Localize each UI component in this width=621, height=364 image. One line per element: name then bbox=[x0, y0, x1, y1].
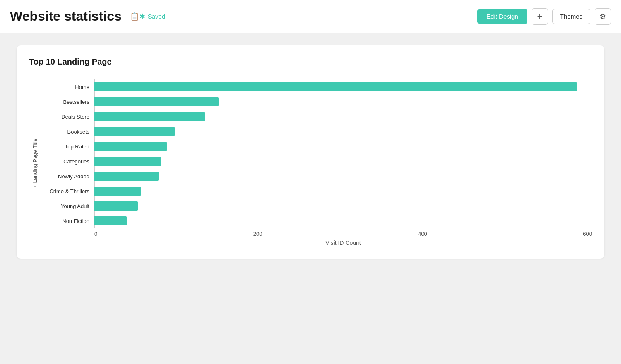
x-axis-title: Visit ID Count bbox=[41, 239, 592, 246]
x-label: 400 bbox=[418, 231, 427, 237]
y-label: Top Rated bbox=[41, 139, 89, 154]
y-axis-label: › Landing Page Title bbox=[31, 138, 38, 187]
plus-icon: + bbox=[537, 11, 542, 22]
bar bbox=[94, 172, 159, 181]
edit-design-button[interactable]: Edit Design bbox=[477, 9, 527, 24]
y-label: Home bbox=[41, 79, 89, 94]
y-label: Bestsellers bbox=[41, 94, 89, 109]
main-content: Top 10 Landing Page › Landing Page Title… bbox=[0, 33, 621, 271]
header-actions: Edit Design + Themes ⚙ bbox=[477, 8, 611, 25]
bar bbox=[94, 142, 167, 151]
x-axis-row: 0200400600 bbox=[41, 228, 592, 237]
header: Website statistics 📋✱ Saved Edit Design … bbox=[0, 0, 621, 33]
page-title: Website statistics bbox=[10, 9, 122, 24]
y-label: Young Adult bbox=[41, 199, 89, 213]
bars-and-axes: HomeBestsellersDeals StoreBooksetsTop Ra… bbox=[41, 79, 592, 228]
bar-row bbox=[94, 154, 592, 169]
y-label: Newly Added bbox=[41, 169, 89, 184]
x-label: 600 bbox=[583, 231, 592, 237]
saved-badge: 📋✱ Saved bbox=[130, 12, 166, 21]
bar bbox=[94, 187, 141, 196]
bar-row bbox=[94, 79, 592, 94]
x-axis-labels: 0200400600 bbox=[94, 228, 592, 237]
chevron-right-icon: › bbox=[31, 185, 38, 187]
y-labels: HomeBestsellersDeals StoreBooksetsTop Ra… bbox=[41, 79, 94, 228]
bar-row bbox=[94, 199, 592, 213]
bar-row bbox=[94, 124, 592, 139]
bars-grid bbox=[94, 79, 592, 228]
y-label: Booksets bbox=[41, 124, 89, 139]
bar-row bbox=[94, 94, 592, 109]
saved-icon: 📋✱ bbox=[130, 12, 145, 21]
add-button[interactable]: + bbox=[532, 8, 548, 25]
y-label: Categories bbox=[41, 154, 89, 169]
bar bbox=[94, 157, 161, 166]
bar bbox=[94, 112, 205, 121]
saved-label: Saved bbox=[148, 13, 166, 20]
bar-row bbox=[94, 139, 592, 154]
bar bbox=[94, 201, 138, 211]
bar bbox=[94, 97, 219, 106]
bar bbox=[94, 216, 127, 225]
chart-inner: HomeBestsellersDeals StoreBooksetsTop Ra… bbox=[41, 79, 592, 246]
themes-button[interactable]: Themes bbox=[552, 9, 590, 24]
chart-card: Top 10 Landing Page › Landing Page Title… bbox=[17, 46, 604, 259]
y-axis-text: Landing Page Title bbox=[32, 138, 38, 183]
bar-row bbox=[94, 109, 592, 124]
bar-row bbox=[94, 213, 592, 228]
settings-button[interactable]: ⚙ bbox=[595, 8, 611, 25]
x-label: 0 bbox=[94, 231, 97, 237]
bar-row bbox=[94, 169, 592, 184]
y-label: Non Fiction bbox=[41, 213, 89, 228]
chart-area: › Landing Page Title HomeBestsellersDeal… bbox=[29, 75, 592, 246]
gear-icon: ⚙ bbox=[599, 12, 606, 21]
y-label: Deals Store bbox=[41, 109, 89, 124]
bar bbox=[94, 127, 175, 136]
chart-title: Top 10 Landing Page bbox=[29, 57, 592, 67]
bar-row bbox=[94, 184, 592, 199]
x-label: 200 bbox=[253, 231, 262, 237]
y-axis-label-container: › Landing Page Title bbox=[29, 79, 41, 246]
y-label: Crime & Thrillers bbox=[41, 184, 89, 199]
bar bbox=[94, 82, 577, 91]
